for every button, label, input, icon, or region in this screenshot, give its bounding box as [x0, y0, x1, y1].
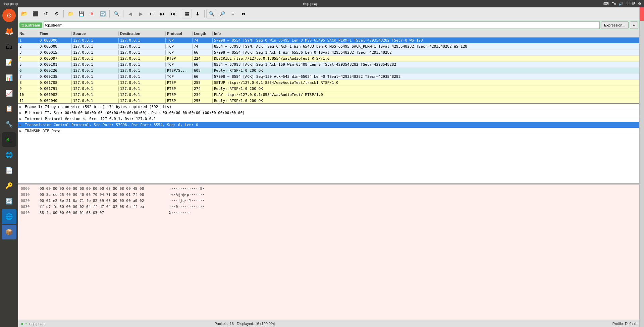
- packet-row[interactable]: 9 0.001791 127.0.0.1 127.0.0.1 RTSP 274 …: [18, 86, 639, 92]
- main-layout: ⊙ 🦊 🗂 📝 📊 📈 📋 🔧 $_ 🌐 📄 🔑 🔄 🌐 📦 📂 ⬛ ↺ ⚙ 📁…: [0, 7, 644, 327]
- restart-btn[interactable]: ↺: [41, 9, 51, 18]
- hex-bytes: 58 fa 00 00 00 00 01 03 03 07: [40, 210, 164, 216]
- detail-row[interactable]: ▶Ethernet II, Src: 00:00:00_00:00:00 (00…: [18, 110, 639, 116]
- cell-src: 127.0.0.1: [72, 56, 119, 61]
- sidebar-files[interactable]: 🗂: [2, 40, 16, 54]
- col-no-header: No.: [18, 32, 38, 36]
- sidebar-impress[interactable]: 📈: [2, 86, 16, 101]
- right-scrollbar[interactable]: [639, 7, 644, 327]
- detail-row[interactable]: ▶TRANSUM RTE Data: [18, 128, 639, 134]
- cell-dst: 127.0.0.1: [119, 56, 166, 61]
- packet-row[interactable]: 3 0.000015 127.0.0.1 127.0.0.1 TCP 66 57…: [18, 50, 639, 56]
- col-info-header: Info: [213, 32, 639, 36]
- packet-row[interactable]: 5 0.000101 127.0.0.1 127.0.0.1 TCP 66 85…: [18, 62, 639, 68]
- reload-btn[interactable]: 🔄: [98, 9, 108, 18]
- detail-row[interactable]: ▶Transmission Control Protocol, Src Port…: [18, 122, 639, 128]
- cell-time: 0.000000: [38, 38, 72, 43]
- sidebar-firefox[interactable]: 🦊: [2, 24, 16, 39]
- sidebar-app15[interactable]: 📦: [2, 225, 16, 239]
- sidebar-settings[interactable]: 🔧: [2, 117, 16, 131]
- clock: 11:15: [626, 2, 635, 6]
- find-btn[interactable]: 🔍: [111, 9, 121, 18]
- scroll-thumb[interactable]: [640, 7, 644, 21]
- sidebar-chrome[interactable]: 🌐: [2, 148, 16, 162]
- cell-len: 66: [193, 50, 213, 55]
- cell-info: 57998 → 8554 [ACK] Seq=1 Ack=1 Win=65536…: [213, 50, 639, 55]
- sidebar-editor[interactable]: 📄: [2, 163, 16, 178]
- detail-row[interactable]: ▶Internet Protocol Version 4, Src: 127.0…: [18, 116, 639, 122]
- cell-dst: 127.0.0.1: [119, 62, 166, 67]
- zoom-out-btn[interactable]: 🔎: [217, 9, 227, 18]
- close-file-btn[interactable]: ✕: [87, 9, 97, 18]
- sep4: [180, 10, 180, 17]
- cell-info: 8554 → 57998 [ACK] Seq=1 Ack=159 Win=654…: [213, 62, 639, 67]
- capture-options-btn[interactable]: ⚙: [52, 9, 62, 18]
- sep2: [109, 10, 110, 17]
- cell-src: 127.0.0.1: [72, 50, 119, 55]
- sidebar-app7[interactable]: 📋: [2, 101, 16, 116]
- hex-offset: 0020: [21, 198, 34, 204]
- packet-row[interactable]: 10 0.001982 127.0.0.1 127.0.0.1 RTSP 234…: [18, 92, 639, 98]
- cell-proto: RTSP: [166, 93, 193, 97]
- packet-row[interactable]: 2 0.000008 127.0.0.1 127.0.0.1 TCP 74 85…: [18, 44, 639, 50]
- packet-row[interactable]: 4 0.000097 127.0.0.1 127.0.0.1 RTSP 224 …: [18, 56, 639, 62]
- expand-icon: ▶: [19, 123, 25, 127]
- packet-list: 1 0.000000 127.0.0.1 127.0.0.1 TCP 74 57…: [18, 38, 639, 104]
- sidebar-calc[interactable]: 📊: [2, 70, 16, 85]
- packets-info: Packets: 16 · Displayed: 16 (100.0%): [214, 322, 275, 326]
- autoscroll-btn[interactable]: ⬇: [193, 9, 203, 18]
- go-first-btn[interactable]: ⏮: [157, 9, 167, 18]
- detail-text: Internet Protocol Version 4, Src: 127.0.…: [25, 117, 638, 121]
- resize-cols-btn[interactable]: ⇔: [238, 9, 249, 18]
- col-dest-header: Destination: [119, 32, 166, 36]
- hex-ascii: ··············E·: [169, 186, 205, 192]
- wireshark-main: 📂 ⬛ ↺ ⚙ 📁 💾 ✕ 🔄 🔍 ◀ ▶ ↩ ⏮ ⏭ ▦ ⬇ 🔍 🔎 = ⇔: [18, 7, 639, 327]
- open-file-btn[interactable]: 📁: [65, 9, 75, 18]
- packet-row[interactable]: 7 0.000235 127.0.0.1 127.0.0.1 TCP 66 57…: [18, 74, 639, 80]
- window-title: rtsp.pcap: [18, 2, 603, 6]
- packet-list-pane[interactable]: No. Time Source Destination Protocol Len…: [18, 30, 639, 104]
- col-len-header: Length: [193, 32, 213, 36]
- sidebar-terminal[interactable]: $_: [2, 132, 16, 147]
- packet-row[interactable]: 6 0.000226 127.0.0.1 127.0.0.1 RTSP/S...…: [18, 68, 639, 74]
- cell-dst: 127.0.0.1: [119, 74, 166, 79]
- packet-row[interactable]: 1 0.000000 127.0.0.1 127.0.0.1 TCP 74 57…: [18, 38, 639, 44]
- normal-size-btn[interactable]: =: [228, 9, 238, 18]
- cell-time: 0.001791: [38, 87, 72, 91]
- detail-text: Frame 1: 74 bytes on wire (592 bits), 74…: [25, 105, 638, 109]
- sidebar-app12[interactable]: 🔑: [2, 178, 16, 193]
- zoom-in-btn[interactable]: 🔍: [206, 9, 216, 18]
- cell-info: PLAY rtsp://127.0.0.1:8554/wavAudioTest/…: [213, 93, 639, 97]
- add-filter-btn[interactable]: +: [630, 21, 638, 29]
- sidebar-writer[interactable]: 📝: [2, 55, 16, 70]
- ubuntu-logo[interactable]: ⊙: [2, 9, 16, 22]
- expand-icon: ▶: [19, 111, 25, 115]
- stop-btn[interactable]: ⬛: [30, 9, 40, 18]
- go-last-btn[interactable]: ⏭: [168, 9, 178, 18]
- sidebar-app13[interactable]: 🔄: [2, 194, 16, 209]
- cell-dst: 127.0.0.1: [119, 68, 166, 73]
- go-back-btn[interactable]: ◀: [125, 9, 135, 18]
- cell-len: 608: [193, 68, 213, 73]
- cell-src: 127.0.0.1: [72, 80, 119, 85]
- detail-pane: ▶Frame 1: 74 bytes on wire (592 bits), 7…: [18, 104, 639, 184]
- cell-src: 127.0.0.1: [72, 62, 119, 67]
- colorize-btn[interactable]: ▦: [182, 9, 192, 18]
- filter-input[interactable]: [44, 21, 600, 29]
- status-circle: ●: [21, 321, 23, 326]
- detail-row[interactable]: ▶Frame 1: 74 bytes on wire (592 bits), 7…: [18, 104, 639, 110]
- cell-no: 7: [18, 74, 38, 79]
- cell-proto: RTSP: [166, 87, 193, 91]
- go-to-btn[interactable]: ↩: [147, 9, 157, 18]
- go-forward-btn[interactable]: ▶: [136, 9, 146, 18]
- toolbar: 📂 ⬛ ↺ ⚙ 📁 💾 ✕ 🔄 🔍 ◀ ▶ ↩ ⏮ ⏭ ▦ ⬇ 🔍 🔎 = ⇔: [18, 7, 639, 20]
- hex-bytes: 00 00 00 00 00 00 00 00 00 00 00 00 08 0…: [40, 186, 164, 192]
- save-file-btn[interactable]: 💾: [76, 9, 86, 18]
- packet-row[interactable]: 11 0.002040 127.0.0.1 127.0.0.1 RTSP 255…: [18, 98, 639, 104]
- hex-row: 004058 fa 00 00 00 00 01 03 03 07X······…: [21, 210, 637, 216]
- sidebar-network[interactable]: 🌐: [2, 209, 16, 224]
- packet-row[interactable]: 8 0.001708 127.0.0.1 127.0.0.1 RTSP 255 …: [18, 80, 639, 86]
- open-capture-btn[interactable]: 📂: [19, 9, 30, 18]
- cell-src: 127.0.0.1: [72, 99, 119, 103]
- expression-btn[interactable]: Expression...: [601, 21, 629, 29]
